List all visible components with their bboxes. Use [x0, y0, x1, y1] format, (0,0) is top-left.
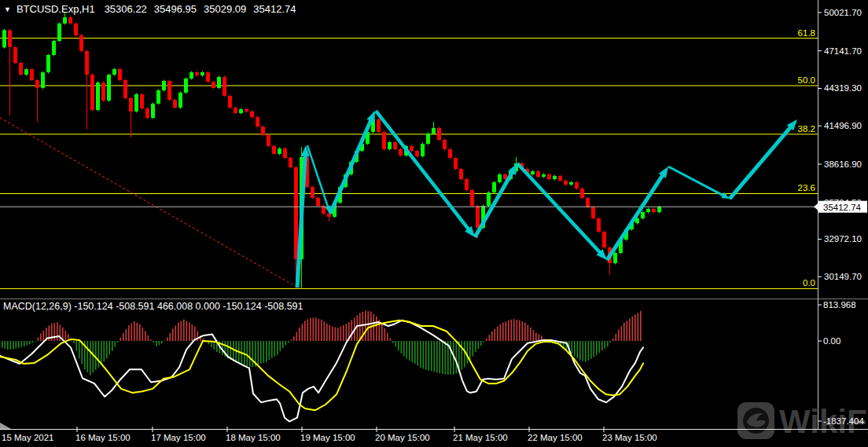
macd-histogram-bar [621, 326, 623, 341]
candle-body [2, 30, 6, 47]
macd-histogram-bar [638, 313, 639, 341]
macd-histogram-bar [274, 341, 276, 357]
macd-histogram-bar [440, 341, 441, 373]
candle-body [564, 181, 568, 185]
macd-histogram-bar [381, 324, 383, 341]
macd-histogram-bar [126, 329, 127, 341]
macd-histogram-bar [29, 341, 31, 344]
candle-body [63, 17, 67, 24]
candle-body [426, 134, 430, 144]
macd-histogram-bar [109, 341, 111, 355]
candle-body [327, 214, 331, 217]
macd-histogram-bar [596, 341, 598, 355]
macd-histogram-bar [65, 331, 67, 341]
macd-histogram [2, 310, 642, 375]
symbol-dropdown-icon[interactable]: ▼ [4, 5, 11, 13]
macd-histogram-bar [511, 320, 513, 341]
candle-body [129, 98, 133, 112]
candle-body [35, 80, 39, 88]
candle-body [553, 176, 557, 179]
macd-histogram-bar [627, 321, 628, 341]
macd-histogram-bar [233, 341, 234, 361]
macd-histogram-bar [271, 341, 273, 358]
candle-body [597, 218, 601, 232]
candle-body [206, 72, 210, 82]
candle-body [256, 117, 259, 126]
macd-histogram-bar [475, 341, 476, 352]
candle-body [239, 109, 243, 113]
candle-body [646, 209, 650, 212]
candle-body [217, 77, 221, 88]
macd-histogram-bar [599, 341, 601, 353]
macd-histogram-bar [296, 332, 298, 341]
macd-histogram-bar [451, 341, 452, 375]
macd-histogram-bar [24, 341, 25, 346]
macd-histogram-bar [2, 341, 3, 348]
macd-histogram-bar [117, 341, 119, 343]
macd-histogram-bar [406, 341, 408, 358]
candle-body [498, 174, 502, 182]
candle-body [101, 82, 105, 101]
macd-histogram-bar [40, 334, 42, 341]
macd-histogram-bar [164, 340, 166, 341]
candle-body [68, 17, 72, 24]
macd-histogram-bar [90, 341, 91, 376]
candle-body [134, 94, 138, 112]
up-trend-arrow [607, 174, 663, 260]
macd-histogram-bar [142, 328, 144, 341]
time-tick-label: 20 May 15:00 [375, 433, 430, 442]
candle-body [156, 90, 160, 104]
macd-histogram-bar [392, 341, 394, 343]
macd-histogram-bar [513, 319, 515, 341]
candle-body [377, 119, 381, 132]
chart-title-overlay: ▼BTCUSD.Exp,H135306.2235496.9535029.0935… [4, 3, 303, 15]
price-axis[interactable]: 50021.7047141.7044319.3041496.9038616.90… [814, 0, 867, 429]
candle-body [162, 81, 166, 90]
macd-histogram-bar [640, 311, 642, 341]
macd-histogram-bar [310, 317, 311, 341]
macd-histogram-bar [340, 327, 342, 341]
candle-body [459, 169, 463, 179]
ohlc-low: 35029.09 [204, 3, 246, 15]
macd-histogram-bar [590, 341, 592, 359]
macd-histogram-bar [464, 341, 465, 368]
candle-body [90, 75, 94, 110]
macd-histogram-bar [27, 341, 28, 345]
macd-histogram-bar [506, 321, 507, 341]
candle-body [569, 182, 573, 185]
candle-body [57, 24, 61, 41]
candle-body [79, 35, 83, 51]
candle-body [283, 148, 287, 158]
macd-histogram-bar [186, 321, 188, 341]
candle-body [234, 108, 237, 113]
candle-body [123, 80, 127, 98]
macd-histogram-bar [277, 341, 278, 355]
macd-histogram-bar [398, 341, 399, 350]
macd-axis-label: 0.00 [823, 336, 840, 346]
macd-histogram-bar [343, 325, 344, 341]
candle-body [388, 142, 392, 149]
macd-histogram-bar [462, 341, 463, 370]
candle-body [278, 148, 281, 154]
macd-histogram-bar [420, 341, 421, 368]
candle-body [602, 232, 606, 247]
candle-body [261, 126, 265, 135]
macd-histogram-bar [269, 341, 270, 360]
macd-histogram-bar [425, 341, 427, 370]
chart-canvas[interactable]: 61.850.038.223.60.0WikiFX50021.7047141.7… [0, 0, 868, 447]
current-price-label: 35412.74 [823, 203, 862, 212]
candle-body [46, 55, 50, 72]
macd-histogram-bar [414, 341, 416, 364]
macd-histogram-bar [263, 341, 265, 363]
candle-body [382, 132, 386, 149]
macd-histogram-bar [500, 324, 502, 341]
macd-histogram-bar [230, 341, 232, 360]
macd-histogram-bar [95, 341, 97, 370]
macd-histogram-bar [304, 321, 306, 341]
macd-histogram-bar [517, 320, 518, 341]
candle-body [399, 149, 403, 156]
fib-label: 23.6 [798, 183, 815, 192]
price-tick-label: 32972.10 [824, 234, 862, 244]
time-tick-label: 17 May 15:00 [151, 433, 206, 442]
macd-histogram-bar [390, 338, 392, 341]
